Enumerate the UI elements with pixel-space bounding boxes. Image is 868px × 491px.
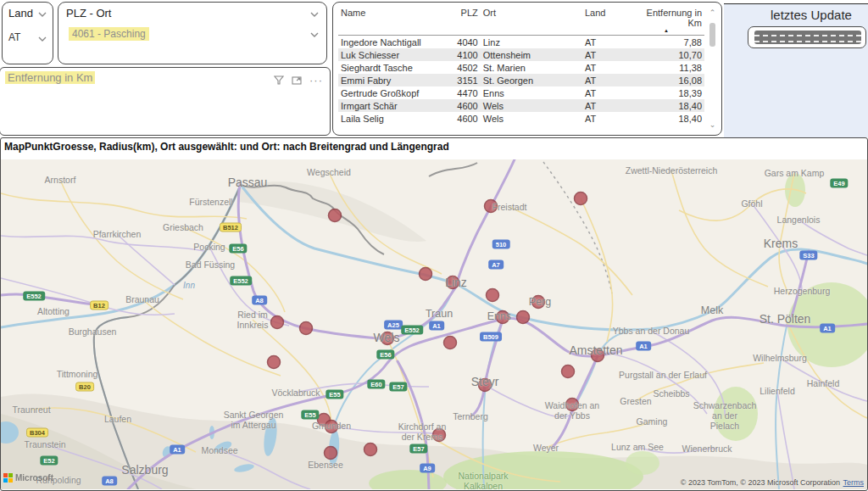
table-row[interactable]: Irmgart Schär4600WelsAT18,40 <box>338 99 704 112</box>
map-place-label: Fürstenzell <box>189 197 232 207</box>
road-badge: E49 <box>830 179 848 188</box>
cell-km: 11,38 <box>628 61 704 74</box>
cell-plz: 4600 <box>443 112 481 125</box>
road-badge: A1 <box>820 324 835 333</box>
land-slicer-title: Land <box>8 7 33 20</box>
scrollbar-thumb[interactable] <box>709 23 715 47</box>
map-place-label: Pocking <box>193 242 225 252</box>
cell-plz: 4600 <box>443 99 481 112</box>
cell-plz: 4502 <box>443 61 481 74</box>
road-badge: E57 <box>389 382 407 392</box>
col-header-ort[interactable]: Ort <box>481 3 575 36</box>
map-attribution: © 2023 TomTom, © 2023 Microsoft Corporat… <box>681 478 840 487</box>
map-place-label: Scheibbs <box>653 388 689 399</box>
land-slicer-value[interactable]: AT <box>8 31 20 43</box>
plz-ort-slicer-title: PLZ - Ort <box>66 7 111 20</box>
map-place-label: Schwarzenbach an der Pielach <box>693 400 757 431</box>
road-badge: A9 <box>420 464 435 473</box>
cell-land: AT <box>575 86 628 99</box>
chevron-down-icon[interactable] <box>38 36 47 42</box>
focus-mode-icon[interactable] <box>292 73 302 88</box>
plz-ort-slicer-value[interactable]: 4061 - Pasching <box>69 27 149 41</box>
road-badge: E55 <box>326 390 343 399</box>
sort-ascending-icon: ▲ <box>631 28 702 33</box>
road-badge: A1 <box>636 342 651 351</box>
more-options-icon[interactable]: ··· <box>309 77 323 84</box>
scroll-down-icon[interactable]: ⌄ <box>707 120 718 130</box>
chevron-down-icon[interactable] <box>38 12 47 17</box>
table-row[interactable]: Ingedore Nachtigall4040LinzAT7,88 <box>338 36 704 49</box>
land-slicer-card: Land AT <box>2 2 53 64</box>
road-badge: S33 <box>799 251 817 260</box>
cell-name: Emmi Fabry <box>338 74 443 86</box>
map-place-label: Bad Füssing <box>186 259 235 270</box>
map-place-label: Wegscheid <box>307 167 351 177</box>
microsoft-logo: Microsoft <box>3 473 53 483</box>
road-badge: E56 <box>376 350 394 360</box>
chevron-down-icon[interactable] <box>310 12 319 17</box>
col-header-name[interactable]: Name <box>338 3 443 36</box>
cell-ort: Ottensheim <box>481 48 575 61</box>
map-place-label: Vöcklabruck <box>271 388 320 398</box>
last-update-panel: letztes Update <box>724 3 868 137</box>
cell-km: 16,08 <box>628 74 704 86</box>
table-row[interactable]: Gertrude Großkopf4470EnnsAT18,39 <box>338 86 704 99</box>
road-badge: E552 <box>401 326 423 335</box>
filter-icon[interactable] <box>274 73 284 88</box>
cell-km: 18,40 <box>628 99 704 112</box>
table-scrollbar[interactable]: ⌃ ⌄ <box>707 8 718 130</box>
map-place-label: Hainfeld <box>807 378 840 388</box>
road-badge: E52 <box>40 456 58 466</box>
map-place-label: Langenlois <box>777 215 821 225</box>
table-row[interactable]: Sieghardt Tasche4502St. MarienAT11,38 <box>338 61 704 74</box>
map-place-label: Perg <box>529 296 551 308</box>
cell-name: Laila Selig <box>338 112 443 125</box>
col-header-plz[interactable]: PLZ <box>443 3 481 36</box>
road-badge: A7 <box>488 260 504 270</box>
map-place-label: Zwettl-Niederösterreich <box>626 165 718 176</box>
road-badge: E55 <box>301 410 319 420</box>
distance-slicer-card: Entfernung in Km ··· <box>0 67 331 136</box>
table-row[interactable]: Luk Schiesser4100OttensheimAT10,70 <box>338 48 704 61</box>
results-table-card: Name PLZ Ort Land Entfernung in Km ▲ Ing… <box>332 2 722 136</box>
map-place-label: Lunz am See <box>611 442 664 452</box>
map-place-label: Freistadt <box>492 202 527 212</box>
col-header-entfernung[interactable]: Entfernung in Km ▲ <box>628 3 704 36</box>
map-place-label: Gars am Kamp <box>765 168 825 178</box>
map-visual-card: MapPunktGroesse, Radius(km), Ort ausgewä… <box>0 137 868 491</box>
cell-name: Irmgart Schär <box>338 99 443 112</box>
chevron-down-icon[interactable] <box>310 32 319 37</box>
map-place-label: Lilienfeld <box>760 386 794 396</box>
cell-ort: Linz <box>481 36 575 49</box>
map-place-label: Kirchdorf an der Krems <box>398 421 447 442</box>
table-row[interactable]: Emmi Fabry3151St. GeorgenAT16,08 <box>338 74 704 86</box>
col-header-land[interactable]: Land <box>575 3 628 36</box>
map-place-label: Linz <box>445 276 467 289</box>
map-place-label: Inn <box>183 281 195 291</box>
cell-ort: St. Georgen <box>481 74 575 86</box>
cell-plz: 4470 <box>443 86 481 99</box>
map-place-label: Wienerbruck <box>682 444 732 454</box>
map-canvas[interactable]: ArnstorfPassauWegscheidFürstenzellGriesb… <box>1 159 867 489</box>
cell-land: AT <box>575 112 628 125</box>
terms-link[interactable]: Terms <box>843 478 865 487</box>
dashboard: Land AT PLZ - Ort 4061 - Pasching Entfer… <box>0 0 868 491</box>
cell-plz: 4040 <box>443 36 481 49</box>
map-place-label: Wels <box>374 331 400 344</box>
road-badge: E552 <box>23 292 45 301</box>
scroll-up-icon[interactable]: ⌃ <box>707 8 718 18</box>
map-place-label: Braunau <box>125 294 159 304</box>
cell-ort: St. Marien <box>481 61 575 74</box>
road-badge: A8 <box>102 477 117 486</box>
map-place-label: Ternberg <box>453 411 487 421</box>
map-place-label: Altotting <box>37 306 70 316</box>
road-badge: A8 <box>252 296 267 305</box>
microsoft-logo-icon <box>3 473 13 483</box>
road-badge: A25 <box>384 321 403 330</box>
road-badge: B512 <box>220 223 242 232</box>
table-row[interactable]: Laila Selig4600WelsAT18,40 <box>338 112 704 125</box>
map-place-label: Gaming <box>637 416 668 427</box>
map-place-label: Wilhelmsburg <box>753 353 807 363</box>
road-badge: E56 <box>229 244 247 254</box>
cell-land: AT <box>575 36 628 49</box>
